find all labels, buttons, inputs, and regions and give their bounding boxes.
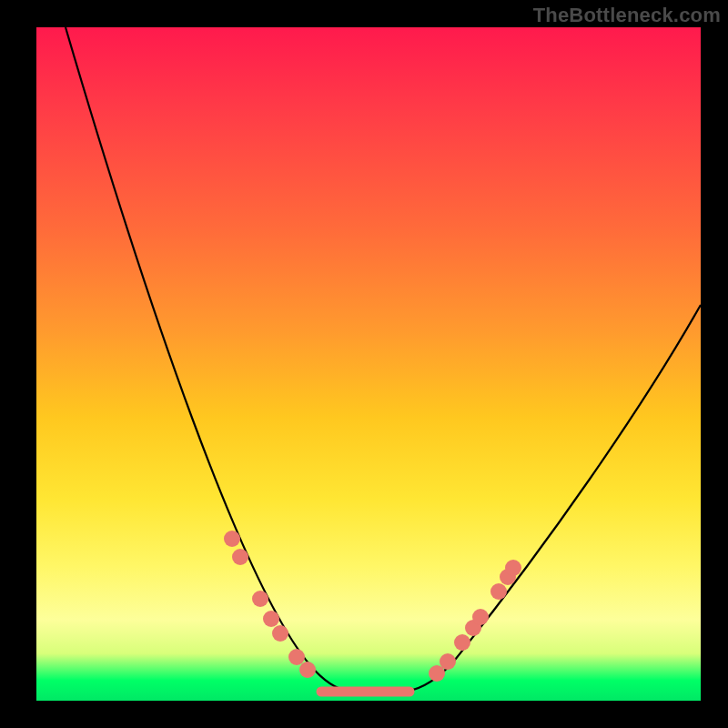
marker-dot [232,549,248,565]
marker-dot [440,653,456,670]
marker-dot [454,634,470,651]
marker-dot [224,531,240,547]
markers-right-group [429,560,521,682]
plot-area [36,27,701,701]
marker-dot [272,625,288,642]
marker-dot [472,609,489,625]
marker-dot [490,583,507,600]
marker-dot [505,560,521,576]
watermark-text: TheBottleneck.com [533,4,721,27]
marker-dot [299,662,316,678]
marker-dot [263,611,279,627]
chart-frame: TheBottleneck.com [0,0,728,728]
marker-dot [288,649,305,665]
markers-left-group [224,531,316,678]
bottleneck-curve [66,27,701,692]
marker-dot [252,591,268,607]
chart-svg [36,27,701,701]
